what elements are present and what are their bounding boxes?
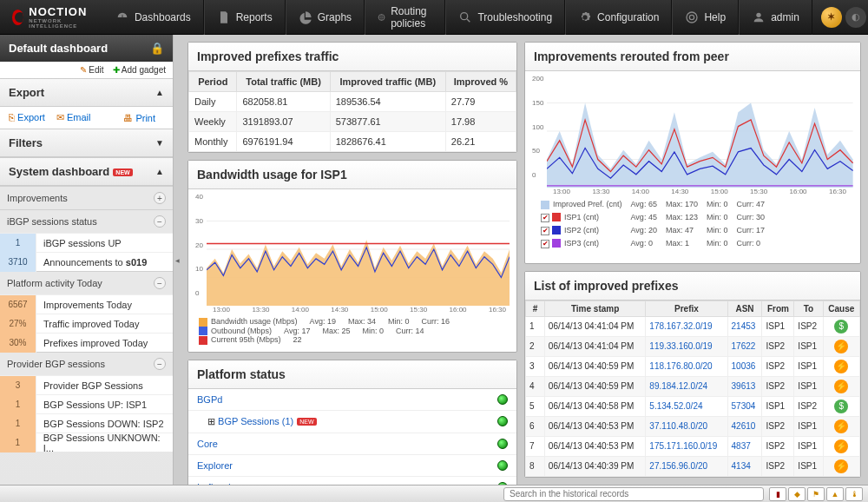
sidebar-row[interactable]: 1BGP Sessions UNKNOWN: I... [0,433,173,452]
col-header[interactable]: Prefix [646,301,727,316]
nav-troubleshooting[interactable]: Troubleshooting [445,0,565,35]
status-row[interactable]: Explorer [188,454,516,476]
email-link[interactable]: ✉ Email [56,112,91,122]
col-header[interactable]: Improved traffic (MB) [330,72,445,92]
group-improvements[interactable]: Improvements + [0,186,173,209]
link-cell[interactable]: 119.33.160.0/19 [649,341,712,351]
link-cell[interactable]: 57304 [732,401,756,411]
table-row[interactable]: 806/14/13 04:40:39 PM27.156.96.0/204134I… [526,456,860,476]
sidebar-row[interactable]: 27%Traffic improved Today [0,314,173,333]
sidebar-row[interactable]: 1iBGP sessions UP [0,233,173,252]
col-header[interactable]: Improved % [445,72,516,92]
link-cell[interactable]: 118.176.80.0/20 [649,361,712,371]
table-row[interactable]: 506/14/13 04:40:58 PM5.134.52.0/2457304I… [526,396,860,416]
rerouted-chart[interactable] [547,75,853,188]
link-cell[interactable]: 42610 [732,421,756,431]
col-header[interactable]: Cause [823,301,859,316]
status-row[interactable]: Core [188,433,516,454]
collapse-icon[interactable]: − [154,215,166,228]
status-row[interactable]: BGPd [188,389,516,410]
status-icon[interactable]: ◐ [845,7,866,28]
panel-title: Improved prefixes traffic [188,43,516,71]
table-row[interactable]: 106/14/13 04:41:04 PM178.167.32.0/192145… [526,316,860,336]
sidebar-row[interactable]: 1BGP Sessions UP: ISP1 [0,394,173,413]
print-link[interactable]: 🖶 Print [123,113,155,123]
link-cell[interactable]: 4837 [732,441,751,451]
search-input[interactable] [503,487,764,501]
rerouted-legend: Improved Pref. (cnt)Avg: 65Max: 170Min: … [532,195,853,256]
lock-icon[interactable]: 🔒 [150,42,164,55]
col-header[interactable]: ASN [727,301,762,316]
link-cell[interactable]: 39613 [732,381,756,391]
sidebar-row[interactable]: 3Provider BGP Sessions [0,375,173,394]
sidebar-splitter[interactable] [174,35,181,485]
nav-user[interactable]: admin [739,0,812,35]
export-link[interactable]: ⎘ Export [9,112,45,122]
link-cell[interactable]: 21453 [732,321,756,331]
section-system-dashboard[interactable]: System dashboardNEW ▲ [0,157,173,186]
link-cell[interactable]: 10036 [732,361,756,371]
link-cell[interactable]: 89.184.12.0/24 [649,381,707,391]
status-name: Explorer [197,460,233,471]
group-ibgp[interactable]: iBGP sessions status − [0,209,173,233]
col-header[interactable]: Period [189,72,237,92]
link-cell[interactable]: 178.167.32.0/19 [649,321,712,331]
nav-help[interactable]: Help [672,0,739,35]
table-row[interactable]: 606/14/13 04:40:53 PM37.110.48.0/2042610… [526,416,860,436]
status-icon-5[interactable]: 🌡 [845,487,863,501]
panel-platform-status: Platform status BGPd⊞ BGP Sessions (1)NE… [187,360,517,485]
table-row[interactable]: 406/14/13 04:40:59 PM89.184.12.0/2439613… [526,376,860,396]
link-cell[interactable]: 5.134.52.0/24 [649,401,702,411]
sidebar-row[interactable]: 6567Improvements Today [0,294,173,314]
col-header[interactable]: # [526,301,545,316]
status-icon-2[interactable]: ◆ [788,487,806,501]
nav-routing[interactable]: Routing policies [365,0,445,35]
collapse-icon[interactable]: − [154,358,166,370]
table-row[interactable]: 206/14/13 04:41:04 PM119.33.160.0/191762… [526,336,860,356]
table-row[interactable]: 706/14/13 04:40:53 PM175.171.160.0/19483… [526,436,860,456]
status-icon-1[interactable]: ▮ [769,487,786,501]
bandwidth-chart[interactable] [207,193,510,306]
nav-configuration[interactable]: Configuration [565,0,672,35]
section-filters[interactable]: Filters ▼ [0,129,173,157]
sidebar-row[interactable]: 30%Prefixes improved Today [0,333,173,352]
logo[interactable]: NOCTION NETWORK INTELLIGENCE [0,5,103,29]
table-row[interactable]: 306/14/13 04:40:59 PM118.176.80.0/201003… [526,356,860,376]
col-header[interactable]: To [794,301,823,316]
collapse-icon[interactable]: − [154,277,166,289]
link-cell[interactable]: 4134 [732,461,751,471]
nav-graphs[interactable]: Graphs [286,0,365,35]
group-provider-bgp[interactable]: Provider BGP sessions − [0,352,173,375]
add-gadget-button[interactable]: ✚ Add gadget [113,65,166,75]
table-row[interactable]: 906/14/13 04:40:39 PM85.137.32.0/196739I… [526,476,860,477]
edit-button[interactable]: ✎ Edit [80,65,104,75]
nav-reports[interactable]: Reports [204,0,286,35]
col-header[interactable]: From [762,301,794,316]
table-row: Weekly3191893.07573877.6117.98 [189,112,516,132]
col-header[interactable]: Total traffic (MB) [237,72,330,92]
pie-chart-icon [299,10,312,24]
nav-dashboards[interactable]: Dashboards [103,0,204,35]
status-row[interactable]: Irpflowd [188,476,516,485]
sidebar-row[interactable]: 1BGP Sessions DOWN: ISP2 [0,413,173,433]
svg-point-4 [756,12,760,17]
expand-icon[interactable]: + [154,192,166,204]
link-cell[interactable]: 37.110.48.0/20 [649,421,707,431]
status-row[interactable]: ⊞ BGP Sessions (1)NEW [188,410,516,433]
link-cell[interactable]: 27.156.96.0/20 [649,461,707,471]
row-label: Announcements to s019 [36,257,147,268]
sidebar-row[interactable]: 3710Announcements to s019 [0,252,173,271]
status-icon-3[interactable]: ⚑ [807,487,825,501]
link-cell[interactable]: 175.171.160.0/19 [649,441,717,451]
alert-icon[interactable]: ✶ [821,7,842,28]
bottombar: ▮ ◆ ⚑ ▲ 🌡 [0,485,868,502]
export-icon: ⎘ [9,112,15,122]
col-header[interactable]: Time stamp [544,301,646,316]
print-icon: 🖶 [123,113,133,123]
svg-point-1 [461,12,468,19]
status-icon-4[interactable]: ▲ [826,487,844,501]
status-dot-icon [497,439,508,449]
group-platform-activity[interactable]: Platform activity Today − [0,271,173,294]
link-cell[interactable]: 17622 [732,341,756,351]
section-export[interactable]: Export ▲ [0,78,173,107]
